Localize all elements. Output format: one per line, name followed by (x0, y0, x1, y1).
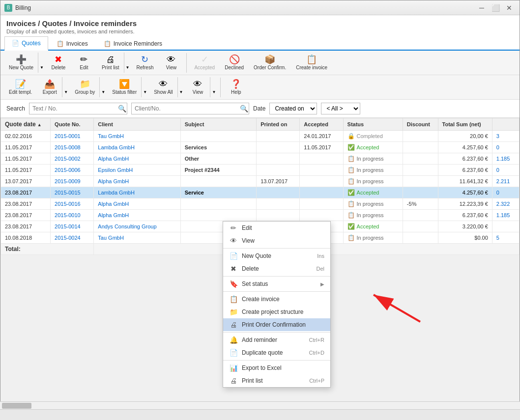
table-row[interactable]: 02.02.2016 2015-0001 Tau GmbH 24.01.2017… (1, 131, 520, 142)
table-row[interactable]: 11.05.2017 2015-0006 Epsilon GmbH Projec… (1, 165, 520, 176)
col-header-client[interactable]: Client (94, 118, 180, 131)
tab-invoices[interactable]: 📋 Invoices (49, 36, 95, 51)
col-header-status[interactable]: Status (343, 118, 403, 131)
cell-date: 13.07.2017 (1, 176, 51, 187)
context-menu-item[interactable]: 👁 View (223, 234, 330, 247)
cell-subject: Services (180, 142, 256, 153)
col-header-no[interactable]: Quote No. (51, 118, 94, 131)
cell-subject (180, 131, 256, 142)
col-header-printed[interactable]: Printed on (257, 118, 300, 131)
table-row[interactable]: 23.08.2017 2015-0010 Alpha GmbH 📋 In pro… (1, 210, 520, 221)
new-quote-arrow[interactable]: ▼ (38, 53, 45, 73)
help-button[interactable]: ❓ Help (224, 77, 248, 97)
toolbar-1: ➕ New Quote ▼ ✖ Delete ✏ Edit 🖨 Print li… (0, 51, 520, 75)
table-row[interactable]: 23.08.2017 2015-0015 Lambda GmbH Service… (1, 187, 520, 198)
context-menu-item[interactable]: ✏ Edit (223, 222, 330, 234)
ctx-item-icon: 🔔 (229, 336, 238, 344)
ctx-item-label: Print Order Confirmation (242, 321, 324, 328)
declined-button[interactable]: 🚫 Declined (220, 53, 248, 73)
edit-templ-label: Edit templ. (9, 89, 32, 95)
search-input[interactable] (29, 103, 127, 114)
context-menu-item[interactable]: 🖨 Print list Ctrl+P (223, 374, 330, 387)
show-all-button[interactable]: 👁 Show All (149, 77, 177, 97)
ctx-item-icon: 🖨 (229, 321, 238, 329)
order-confirm-button[interactable]: 📦 Order Confirm. (249, 53, 290, 73)
col-header-total[interactable]: Total Sum (net) (438, 118, 492, 131)
all-select[interactable]: < All > (321, 103, 360, 114)
group-by-button[interactable]: 📁 Group by (70, 77, 99, 97)
context-menu-item[interactable]: 📁 Create project structure (223, 306, 330, 318)
new-quote-button[interactable]: ➕ New Quote (4, 53, 38, 73)
cell-total: 12.223,39 € (438, 198, 492, 210)
submenu-arrow-icon: ▶ (320, 281, 324, 287)
client-search-button[interactable]: 🔍 (240, 105, 248, 112)
print-list-button[interactable]: 🖨 Print list (97, 53, 124, 73)
edit-templ-button[interactable]: 📝 Edit templ. (4, 77, 36, 97)
delete-button[interactable]: ✖ Delete (46, 53, 71, 73)
progress-icon: 📋 (347, 178, 355, 185)
tab-invoice-reminders[interactable]: 📋 Invoice Reminders (96, 36, 170, 51)
cell-subject: Other (180, 153, 256, 165)
minimize-button[interactable]: ─ (475, 3, 488, 13)
check-icon: ✅ (347, 223, 355, 230)
cell-accepted (300, 176, 343, 187)
table-row[interactable]: 11.05.2017 2015-0008 Lambda GmbH Service… (1, 142, 520, 153)
edit-button[interactable]: ✏ Edit (72, 53, 96, 73)
group-arrow[interactable]: ▼ (99, 77, 107, 97)
scroll-thumb[interactable] (2, 403, 31, 409)
context-menu-item[interactable]: 🔖 Set status ▶ (223, 278, 330, 290)
context-menu-item[interactable]: 🔔 Add reminder Ctrl+R (223, 334, 330, 346)
context-menu-item[interactable]: 📄 New Quote Ins (223, 250, 330, 262)
col-header-date[interactable]: Quote date ▲ (1, 118, 51, 131)
filter-icon: 🔽 (119, 80, 130, 88)
table-row[interactable]: 11.05.2017 2015-0002 Alpha GmbH Other 📋 … (1, 153, 520, 165)
context-menu-separator (223, 276, 330, 277)
cell-no: 2015-0014 (51, 221, 94, 232)
date-select[interactable]: Created on Modified on Quote date (269, 103, 317, 114)
cell-discount: -5% (403, 198, 438, 210)
delete-icon: ✖ (55, 55, 62, 64)
cell-discount (403, 165, 438, 176)
export-button[interactable]: 📤 Export (37, 77, 62, 97)
check-icon: ✅ (347, 144, 355, 151)
print-arrow[interactable]: ▼ (124, 53, 131, 73)
search-button[interactable]: 🔍 (118, 105, 126, 112)
col-header-discount[interactable]: Discount (403, 118, 438, 131)
cell-extra: 1.185 (492, 210, 519, 221)
cell-printed (257, 198, 300, 210)
context-menu-item[interactable]: ✖ Delete Del (223, 262, 330, 275)
view2-label: View (193, 89, 203, 95)
show-all-arrow[interactable]: ▼ (177, 77, 185, 97)
close-button[interactable]: ✕ (503, 3, 516, 13)
status-filter-button[interactable]: 🔽 Status filter (108, 77, 141, 97)
export-arrow[interactable]: ▼ (62, 77, 69, 97)
client-input[interactable] (131, 103, 249, 114)
context-menu-item[interactable]: 📄 Duplicate quote Ctrl+D (223, 346, 330, 359)
status-badge: 📋 In progress (347, 178, 384, 185)
cell-extra: 1.185 (492, 153, 519, 165)
view2-button[interactable]: 👁 View (185, 77, 210, 97)
progress-icon: 📋 (347, 167, 355, 173)
accepted-icon: ✓ (201, 55, 208, 64)
create-invoice-button[interactable]: 📋 Create invoice (291, 53, 332, 73)
view2-icon: 👁 (193, 80, 202, 88)
progress-icon: 📋 (347, 200, 355, 207)
table-row[interactable]: 13.07.2017 2015-0009 Alpha GmbH 13.07.20… (1, 176, 520, 187)
maximize-button[interactable]: ⬜ (489, 3, 502, 13)
context-menu-item[interactable]: 🖨 Print Order Confirmation (223, 318, 330, 331)
view-button[interactable]: 👁 View (159, 53, 183, 73)
tab-quotes[interactable]: 📄 Quotes (4, 36, 48, 51)
view2-arrow[interactable]: ▼ (210, 77, 217, 97)
edit-templ-icon: 📝 (15, 80, 26, 88)
context-menu-item[interactable]: 📊 Export to Excel (223, 362, 330, 374)
context-menu-item[interactable]: 📋 Create invoice (223, 293, 330, 306)
filter-arrow[interactable]: ▼ (141, 77, 148, 97)
cell-status: 📋 In progress (343, 176, 403, 187)
refresh-button[interactable]: ↻ Refresh (132, 53, 158, 73)
scroll-bar-h[interactable] (0, 401, 520, 409)
table-row[interactable]: 23.08.2017 2015-0016 Alpha GmbH 📋 In pro… (1, 198, 520, 210)
col-header-subject[interactable]: Subject (180, 118, 256, 131)
col-header-accepted[interactable]: Accepted (300, 118, 343, 131)
window-title: Billing (15, 4, 31, 11)
cell-date: 23.08.2017 (1, 210, 51, 221)
